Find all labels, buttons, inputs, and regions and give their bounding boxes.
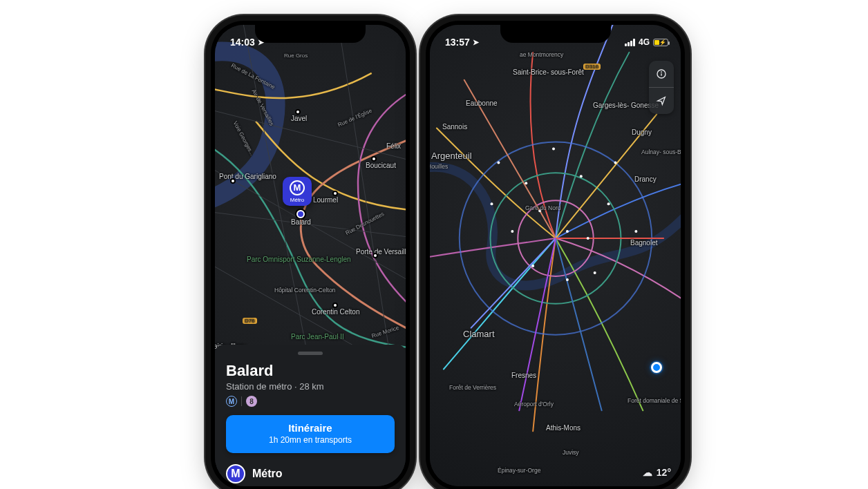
location-arrow-icon xyxy=(656,95,667,106)
map-controls xyxy=(649,61,674,114)
info-button[interactable] xyxy=(649,61,674,87)
metro-badge-icon: M xyxy=(226,396,237,407)
svg-point-11 xyxy=(531,265,534,267)
locate-me-button[interactable] xyxy=(649,88,674,114)
weather-indicator[interactable]: ☁ 12° xyxy=(643,467,671,478)
metro-section-label: Métro xyxy=(252,468,283,480)
svg-point-14 xyxy=(491,202,493,205)
metro-station-pin[interactable]: M Métro xyxy=(283,177,312,206)
place-type: Station de métro xyxy=(226,381,292,392)
location-services-icon: ➤ xyxy=(473,38,479,47)
svg-point-13 xyxy=(594,271,596,274)
svg-point-17 xyxy=(538,209,541,212)
station-dot xyxy=(332,191,338,196)
svg-point-15 xyxy=(614,161,617,164)
metro-pin-label: Métro xyxy=(290,197,304,203)
cellular-signal-icon xyxy=(625,39,635,46)
network-label: 4G xyxy=(639,37,650,47)
svg-point-8 xyxy=(511,230,513,233)
station-dot xyxy=(332,303,338,308)
phone-right: 13:57 ➤ 4G ⚡ xyxy=(426,21,685,489)
line-8-badge: 8 xyxy=(246,396,257,407)
svg-point-16 xyxy=(634,230,637,233)
directions-subtitle: 1h 20mn en transports xyxy=(234,435,386,445)
place-title: Balard xyxy=(226,362,395,380)
selected-station-dot xyxy=(296,210,305,218)
svg-point-12 xyxy=(566,278,569,281)
svg-point-20 xyxy=(661,72,662,73)
station-dot xyxy=(372,253,378,258)
user-location-dot xyxy=(651,362,662,373)
info-icon xyxy=(656,68,667,79)
station-dot xyxy=(230,178,236,184)
svg-point-3 xyxy=(497,161,500,164)
badge-separator xyxy=(241,396,242,406)
screen-right: 13:57 ➤ 4G ⚡ xyxy=(430,25,681,486)
screen-left: 14:03 ➤ xyxy=(215,25,406,486)
place-distance: 28 km xyxy=(299,381,323,392)
cloud-icon: ☁ xyxy=(643,467,652,478)
metro-icon: M xyxy=(290,180,305,195)
sheet-grabber[interactable] xyxy=(298,352,323,355)
map-canvas-right[interactable]: ae Montmorency Saint-Brice- sous-Forêt E… xyxy=(430,25,681,486)
phone-left: 14:03 ➤ xyxy=(211,21,410,489)
directions-button[interactable]: Itinéraire 1h 20mn en transports xyxy=(226,415,395,453)
station-dot xyxy=(295,109,301,115)
svg-point-5 xyxy=(552,147,555,150)
svg-point-10 xyxy=(587,237,589,240)
metro-section-row[interactable]: M Métro xyxy=(226,464,395,483)
directions-label: Itinéraire xyxy=(288,422,332,434)
station-dot xyxy=(371,156,377,162)
svg-point-4 xyxy=(525,182,527,184)
svg-point-6 xyxy=(580,175,583,178)
notch xyxy=(255,25,366,43)
status-time: 13:57 xyxy=(445,37,470,48)
weather-temp: 12° xyxy=(657,467,671,478)
svg-point-9 xyxy=(566,230,569,233)
map-lines-right xyxy=(430,25,681,486)
place-subtitle: Station de métro · 28 km xyxy=(226,381,395,392)
transit-line-badges: M 8 xyxy=(226,396,395,407)
place-card-sheet[interactable]: Balard Station de métro · 28 km M 8 Itin… xyxy=(215,345,406,486)
status-time: 14:03 xyxy=(230,37,255,48)
notch xyxy=(500,25,611,43)
battery-icon: ⚡ xyxy=(653,39,668,46)
metro-logo-icon: M xyxy=(226,464,245,483)
svg-point-7 xyxy=(607,202,610,205)
